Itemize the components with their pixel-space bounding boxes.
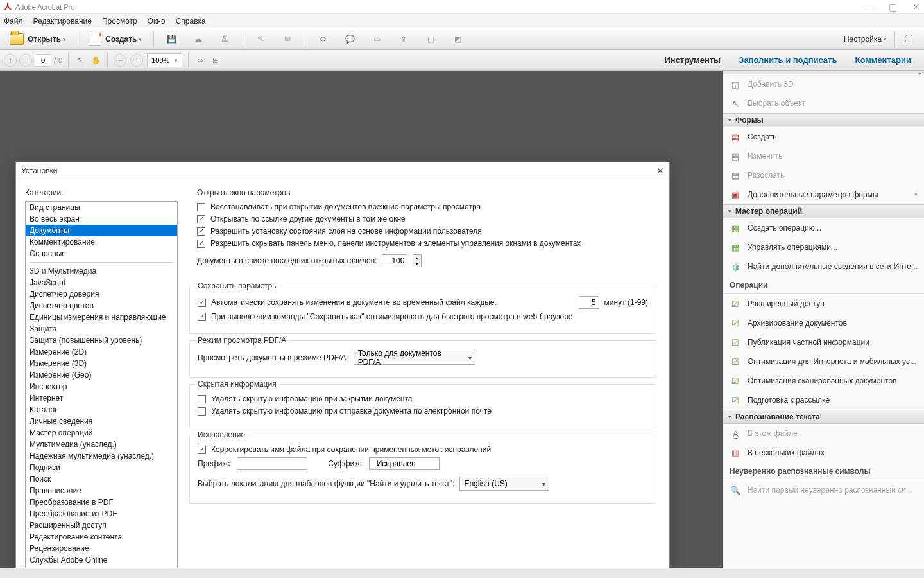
cat-item[interactable]: Диспетчер доверия [26,288,177,300]
pdfa-mode-select[interactable]: Только для документов PDF/A [354,351,475,365]
pane-options-icon[interactable]: ▾ [918,71,921,74]
menu-window[interactable]: Окно [148,17,166,26]
save-icon-button[interactable]: 💾 [160,31,183,48]
cat-item[interactable]: Во весь экран [26,213,177,225]
rp-wizard-head[interactable]: ▾Мастер операций [723,204,924,218]
cat-item[interactable]: Комментирование [26,236,177,248]
fit-width-icon[interactable]: ⇔ [194,55,206,66]
notes-icon-button[interactable]: ▭ [365,31,388,48]
cat-item[interactable]: Правописание [26,485,177,496]
open-button[interactable]: Открыть ▾ [4,31,72,48]
rp-ocr-head[interactable]: ▾Распознавание текста [723,410,924,424]
cb-remove-hidden-on-close[interactable] [198,395,206,403]
form-icon-button[interactable]: ◫ [419,31,442,48]
rp-op-item[interactable]: ☑Оптимизация для Интернета и мобильных у… [723,352,924,371]
cat-item[interactable]: Рецензирование [26,543,177,554]
cb-adjust-filename[interactable] [198,446,206,454]
page-number-input[interactable] [35,54,51,67]
cat-item[interactable]: Измерение (Geo) [26,369,177,381]
tab-tools[interactable]: Инструменты [655,50,730,71]
gear-icon-button[interactable]: ⚙ [311,31,334,48]
tab-comments[interactable]: Комментарии [846,50,920,71]
cat-item[interactable]: Мастер операций [26,427,177,439]
rp-forms-head[interactable]: ▾Формы [723,113,924,127]
stamp-icon-button[interactable]: ◩ [446,31,469,48]
cat-item[interactable]: Поиск [26,473,177,485]
cat-item[interactable]: Редактирование контента [26,531,177,543]
cursor-icon[interactable]: ↖ [74,55,86,66]
cb-optimize-fast-web[interactable] [198,313,206,321]
hand-icon[interactable]: ✋ [90,55,101,66]
cat-item[interactable]: Измерение (2D) [26,346,177,358]
zoom-out-icon[interactable]: − [114,54,126,67]
recent-files-spinner[interactable]: ▴▾ [413,254,422,267]
mail-icon-button[interactable]: ✉ [276,31,299,48]
cb-open-same-window[interactable] [197,215,205,223]
menu-edit[interactable]: Редактирование [33,17,92,26]
cat-item[interactable]: Вид страницы [26,202,177,213]
cloud-icon-button[interactable]: ☁ [187,31,210,48]
rp-op-item[interactable]: ☑Подготовка к рассылке [723,390,924,410]
cat-item[interactable]: Инспектор [26,381,177,392]
autosave-minutes-input[interactable] [579,296,599,309]
menu-help[interactable]: Справка [176,17,206,26]
rp-op-item[interactable]: ☑Оптимизация сканированных документов [723,371,924,390]
cat-item[interactable]: Подписи [26,462,177,473]
page-up-icon[interactable]: ↑ [4,54,17,67]
comment-icon-button[interactable]: 💬 [338,31,361,48]
cat-item-documents[interactable]: Документы [26,225,177,236]
zoom-in-icon[interactable]: + [130,54,143,67]
cat-item[interactable]: JavaScript [26,277,177,288]
localization-select[interactable]: English (US) [459,477,549,491]
menu-file[interactable]: Файл [4,17,23,26]
rp-op-item[interactable]: ☑Публикация частной информации [723,333,924,352]
recent-files-input[interactable] [382,254,407,267]
cat-item[interactable]: Личные сведения [26,416,177,427]
cat-item[interactable]: Измерение (3D) [26,358,177,369]
rp-wizard-manage[interactable]: ▦Управлять операциями... [723,238,924,257]
rp-forms-more[interactable]: ▣Дополнительные параметры формы▾ [723,185,924,204]
rp-ocr-multi[interactable]: ▥В нескольких файлах [723,443,924,462]
cb-remove-hidden-on-email[interactable] [198,407,206,416]
page-down-icon[interactable]: ↓ [19,54,32,67]
window-minimize-icon[interactable]: — [864,2,873,12]
rp-wizard-create[interactable]: ▦Создать операцию... [723,218,924,238]
cb-allow-hide-menubar[interactable] [197,240,205,248]
rp-wizard-find[interactable]: ◍Найти дополнительные сведения в сети Ин… [723,257,924,276]
zoom-select[interactable]: 100% ▾ [147,53,182,67]
cat-item[interactable]: Надежная мультимедиа (унаслед.) [26,450,177,462]
categories-list[interactable]: Вид страницы Во весь экран Документы Ком… [25,201,178,571]
cb-allow-layer-state[interactable] [197,227,205,236]
cat-item[interactable]: 3D и Мультимедиа [26,265,177,277]
cb-autosave[interactable] [198,299,206,307]
cat-item[interactable]: Преобразование в PDF [26,496,177,508]
cat-item[interactable]: Защита [26,323,177,335]
cat-item[interactable]: Каталог [26,404,177,416]
customize-button[interactable]: Настройка ▾ [838,31,893,48]
cat-item[interactable]: Мультимедиа (унаслед.) [26,439,177,450]
fullscreen-icon-button[interactable]: ⛶ [897,31,920,48]
cat-item[interactable]: Защита (повышенный уровень) [26,335,177,346]
edit-icon-button[interactable]: ✎ [249,31,272,48]
cb-restore-view[interactable] [197,203,205,211]
cat-item[interactable]: Диспетчер цветов [26,300,177,311]
cat-item[interactable]: Интернет [26,392,177,404]
cat-item[interactable]: Основные [26,248,177,259]
cat-item[interactable]: Расширенный доступ [26,520,177,531]
create-button[interactable]: Создать ▾ [84,31,148,48]
print-icon-button[interactable]: 🖶 [214,31,237,48]
window-maximize-icon[interactable]: ▢ [889,2,897,12]
prefix-input[interactable] [237,457,307,470]
cat-item[interactable]: Преобразование из PDF [26,508,177,520]
tab-fill-sign[interactable]: Заполнить и подписать [730,50,846,71]
window-close-icon[interactable]: ✕ [912,2,920,12]
rp-op-item[interactable]: ☑Расширенный доступ [723,294,924,313]
rp-op-item[interactable]: ☑Архивирование документов [723,313,924,333]
menu-view[interactable]: Просмотр [102,17,137,26]
fit-page-icon[interactable]: ⊞ [210,55,221,66]
suffix-input[interactable] [369,457,440,470]
cat-item[interactable]: Единицы измерения и направляющие [26,311,177,323]
export-icon-button[interactable]: ⇪ [392,31,415,48]
dialog-close-icon[interactable]: ✕ [656,166,664,176]
cat-item[interactable]: Службы Adobe Online [26,554,177,566]
